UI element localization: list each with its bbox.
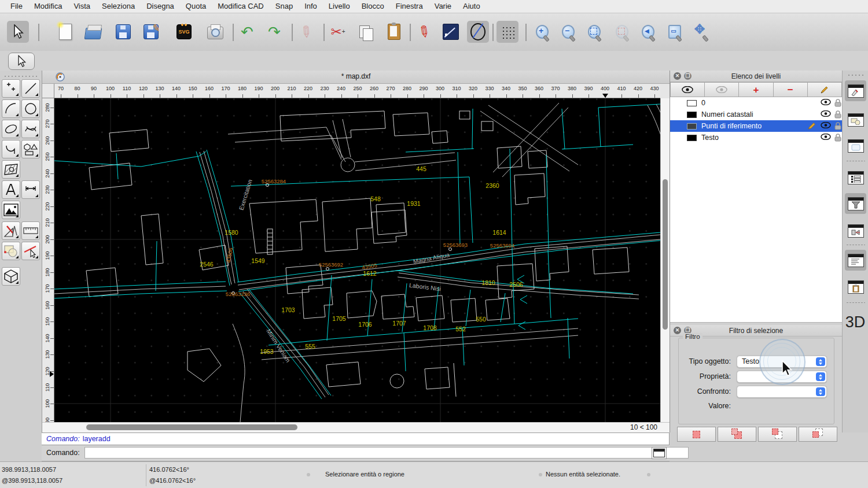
- shapes-tool-button[interactable]: [21, 140, 40, 158]
- zoom-window-button[interactable]: ▭: [664, 21, 686, 43]
- menu-info[interactable]: Info: [299, 0, 323, 13]
- filter-intersect-selection-button[interactable]: [799, 427, 837, 442]
- selection-pointer-button[interactable]: [8, 53, 35, 70]
- 3d-mode-button[interactable]: 3D: [843, 313, 868, 331]
- filter-add-selection-button[interactable]: [718, 427, 756, 442]
- layer-panel-toggle[interactable]: [845, 80, 866, 101]
- menu-blocco[interactable]: Blocco: [356, 0, 390, 13]
- horizontal-scrollbar[interactable]: 10 < 100: [42, 422, 670, 432]
- command-line-panel-toggle[interactable]: [845, 250, 866, 271]
- construction-mode-button[interactable]: [467, 21, 489, 43]
- paste-button[interactable]: [383, 21, 405, 43]
- layer-lock-toggle[interactable]: [834, 110, 841, 120]
- layer-visibility-toggle[interactable]: [821, 122, 831, 130]
- menu-finestra[interactable]: Finestra: [390, 0, 429, 13]
- show-all-layers-button[interactable]: [670, 82, 705, 97]
- layer-visibility-toggle[interactable]: [821, 110, 831, 119]
- hide-all-layers-button[interactable]: [705, 82, 739, 97]
- open-file-button[interactable]: [82, 21, 104, 43]
- filter-remove-selection-button[interactable]: [758, 427, 797, 442]
- lamp-panel-toggle[interactable]: [845, 220, 866, 241]
- layer-lock-toggle[interactable]: [834, 99, 841, 109]
- copy-button[interactable]: [355, 21, 377, 43]
- menu-disegna[interactable]: Disegna: [141, 0, 180, 13]
- pan-button[interactable]: ✥: [691, 21, 713, 43]
- menu-seleziona[interactable]: Seleziona: [96, 0, 141, 13]
- layer-edit-icon[interactable]: [808, 122, 816, 131]
- zoom-previous-button[interactable]: ◂: [638, 21, 660, 43]
- layer-lock-toggle[interactable]: [834, 134, 841, 143]
- line-tool-button[interactable]: [21, 79, 40, 98]
- image-tool-button[interactable]: [2, 201, 20, 219]
- point-tool-button[interactable]: [2, 79, 20, 98]
- 3d-tool-button[interactable]: [2, 267, 20, 286]
- dropdown-stepper-icon[interactable]: [816, 372, 825, 381]
- cut-button[interactable]: ✂+: [327, 21, 349, 43]
- filter-select-button[interactable]: [677, 427, 716, 442]
- trim-tool-button[interactable]: [21, 242, 40, 260]
- zoom-auto-button[interactable]: [584, 21, 606, 43]
- vertical-scrollbar[interactable]: [660, 98, 670, 422]
- dimension-style-button[interactable]: [440, 21, 462, 43]
- filter-dropdown[interactable]: [737, 386, 827, 398]
- menu-snap[interactable]: Snap: [270, 0, 299, 13]
- strip-drag-handle[interactable]: [847, 74, 865, 76]
- ellipse-tool-button[interactable]: [2, 120, 20, 138]
- add-layer-button[interactable]: +: [739, 82, 773, 97]
- hatch-tool-button[interactable]: [2, 160, 20, 179]
- dimension-tool-button[interactable]: [21, 180, 40, 199]
- palette-drag-handle[interactable]: [3, 75, 37, 77]
- filter-dropdown[interactable]: Testo: [737, 356, 827, 368]
- draw-pencil-button[interactable]: ✎: [413, 21, 435, 43]
- arc-tool-button[interactable]: [2, 99, 20, 118]
- layer-row[interactable]: Testo: [670, 132, 842, 143]
- menu-aiuto[interactable]: Aiuto: [457, 0, 486, 13]
- library-panel-toggle[interactable]: [845, 135, 866, 156]
- polyline-tool-button[interactable]: [2, 140, 20, 158]
- selection-filter-panel-toggle[interactable]: [845, 193, 866, 214]
- document-title-bar[interactable]: * map.dxf: [42, 71, 670, 84]
- save-button[interactable]: [112, 21, 134, 43]
- layer-row[interactable]: Punti di riferimento: [670, 120, 842, 132]
- select-tool-button[interactable]: [7, 21, 29, 43]
- layer-visibility-toggle[interactable]: [821, 99, 831, 107]
- menu-vista[interactable]: Vista: [68, 0, 96, 13]
- drawing-canvas[interactable]: 4452360548193116141580254615491612181025…: [54, 98, 660, 422]
- undo-button[interactable]: ↶: [236, 21, 258, 43]
- zoom-selection-button[interactable]: [612, 21, 634, 43]
- dropdown-stepper-icon[interactable]: [816, 387, 825, 396]
- property-list-panel-toggle[interactable]: [845, 167, 866, 188]
- menu-modifica[interactable]: Modifica: [28, 0, 68, 13]
- zoom-out-button[interactable]: −: [558, 21, 580, 43]
- text-tool-button[interactable]: [2, 180, 20, 199]
- spline-tool-button[interactable]: [21, 120, 40, 138]
- grid-toggle-button[interactable]: [496, 21, 518, 43]
- measure-tool-button[interactable]: [21, 221, 40, 240]
- svg-export-button[interactable]: SVG: [173, 21, 195, 43]
- clipboard-panel-toggle[interactable]: [845, 276, 866, 297]
- boolean-tool-button[interactable]: [2, 242, 20, 260]
- zoom-in-button[interactable]: +: [532, 21, 554, 43]
- menu-modifica-cad[interactable]: Modifica CAD: [212, 0, 269, 13]
- menu-varie[interactable]: Varie: [429, 0, 457, 13]
- circle-tool-button[interactable]: [21, 99, 40, 118]
- drafting-tools-button[interactable]: [2, 221, 20, 240]
- layer-row[interactable]: Numeri catastali: [670, 109, 842, 120]
- layer-row[interactable]: 0: [670, 97, 842, 109]
- delete-button[interactable]: ✎: [295, 21, 317, 43]
- layer-lock-toggle[interactable]: [834, 122, 841, 132]
- menu-file[interactable]: File: [5, 0, 28, 13]
- print-preview-button[interactable]: [204, 21, 226, 43]
- menu-quota[interactable]: Quota: [180, 0, 212, 13]
- remove-layer-button[interactable]: −: [774, 82, 808, 97]
- save-as-button[interactable]: ✎: [140, 21, 162, 43]
- filter-dropdown[interactable]: [737, 371, 827, 383]
- new-file-button[interactable]: [54, 21, 76, 43]
- redo-button[interactable]: ↷: [263, 21, 285, 43]
- edit-layer-button[interactable]: [808, 82, 842, 97]
- vertical-scrollbar-thumb[interactable]: [663, 179, 668, 330]
- menu-livello[interactable]: Livello: [323, 0, 356, 13]
- dropdown-stepper-icon[interactable]: [816, 357, 825, 366]
- layer-visibility-toggle[interactable]: [821, 134, 831, 142]
- horizontal-scrollbar-thumb[interactable]: [86, 424, 297, 430]
